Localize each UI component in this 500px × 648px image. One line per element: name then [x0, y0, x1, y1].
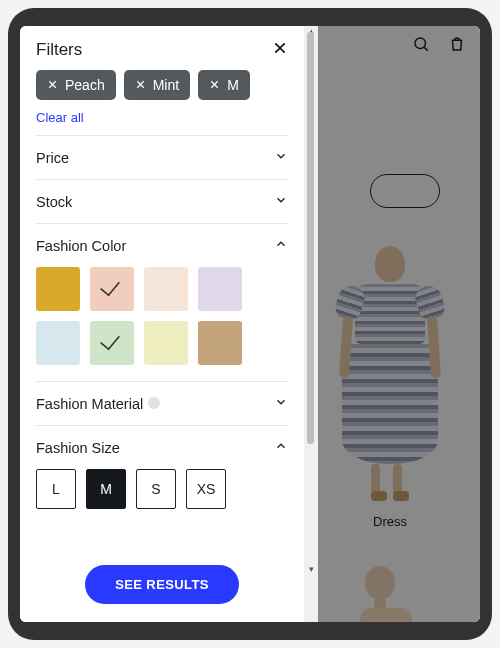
- section-toggle-material[interactable]: Fashion Material: [36, 382, 288, 425]
- swatch-cream[interactable]: [144, 267, 188, 311]
- product-image-partial: [360, 566, 400, 614]
- swatch-paleblue[interactable]: [36, 321, 80, 365]
- see-results-button[interactable]: SEE RESULTS: [85, 565, 239, 604]
- product-image: [340, 246, 440, 506]
- info-icon[interactable]: [148, 397, 160, 409]
- section-label: Price: [36, 150, 69, 166]
- chevron-down-icon: [274, 149, 288, 166]
- size-s[interactable]: S: [136, 469, 176, 509]
- active-filter-chips: Peach Mint M: [20, 70, 304, 108]
- swatch-butter[interactable]: [144, 321, 188, 365]
- chip-remove-icon[interactable]: [209, 77, 220, 93]
- product-title: Dress: [320, 514, 460, 529]
- section-toggle-stock[interactable]: Stock: [36, 180, 288, 223]
- clear-all-link[interactable]: Clear all: [20, 108, 304, 135]
- chevron-down-icon: [274, 193, 288, 210]
- chip-label: M: [227, 77, 239, 93]
- size-options: L M S XS: [36, 469, 288, 527]
- color-swatches: [36, 267, 288, 381]
- filters-title: Filters: [36, 40, 82, 60]
- section-toggle-price[interactable]: Price: [36, 136, 288, 179]
- svg-point-0: [415, 38, 426, 49]
- filter-chip-mint[interactable]: Mint: [124, 70, 190, 100]
- chip-remove-icon[interactable]: [135, 77, 146, 93]
- filter-chip-m[interactable]: M: [198, 70, 250, 100]
- scroll-down-icon[interactable]: ▾: [306, 564, 316, 574]
- tablet-frame: Dress ▴ ▾ Filters Peach: [8, 8, 492, 640]
- screen: Dress ▴ ▾ Filters Peach: [20, 26, 480, 622]
- size-m[interactable]: M: [86, 469, 126, 509]
- svg-line-1: [424, 47, 427, 50]
- swatch-mint[interactable]: [90, 321, 134, 365]
- section-toggle-size[interactable]: Fashion Size: [36, 426, 288, 469]
- scroll-thumb[interactable]: [307, 32, 314, 444]
- size-xs[interactable]: XS: [186, 469, 226, 509]
- chevron-down-icon: [274, 395, 288, 412]
- product-card[interactable]: Dress: [320, 246, 460, 529]
- chip-label: Peach: [65, 77, 105, 93]
- section-label: Fashion Material: [36, 396, 160, 412]
- swatch-peach[interactable]: [90, 267, 134, 311]
- section-label: Stock: [36, 194, 72, 210]
- swatch-lilac[interactable]: [198, 267, 242, 311]
- filters-drawer: Filters Peach Mint M Clea: [20, 26, 304, 622]
- filter-chip-peach[interactable]: Peach: [36, 70, 116, 100]
- close-icon[interactable]: [272, 40, 288, 60]
- chevron-up-icon: [274, 439, 288, 456]
- chip-remove-icon[interactable]: [47, 77, 58, 93]
- drawer-scrollbar[interactable]: ▴ ▾: [304, 26, 318, 622]
- section-label: Fashion Size: [36, 440, 120, 456]
- chevron-up-icon: [274, 237, 288, 254]
- drawer-footer: SEE RESULTS: [20, 553, 304, 622]
- chip-label: Mint: [153, 77, 179, 93]
- section-label: Fashion Color: [36, 238, 126, 254]
- swatch-mustard[interactable]: [36, 267, 80, 311]
- size-l[interactable]: L: [36, 469, 76, 509]
- section-toggle-color[interactable]: Fashion Color: [36, 224, 288, 267]
- bag-icon[interactable]: [448, 35, 466, 57]
- search-icon[interactable]: [412, 35, 430, 57]
- filter-pill-outline: [370, 174, 440, 208]
- swatch-tan[interactable]: [198, 321, 242, 365]
